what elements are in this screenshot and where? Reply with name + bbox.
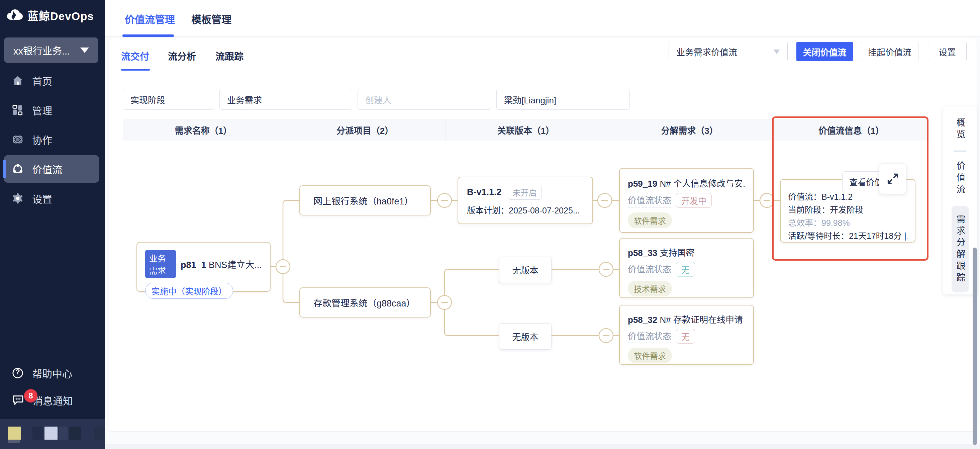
sidebar-item-home[interactable]: 首页: [0, 66, 105, 96]
collapse-toggle[interactable]: [438, 193, 452, 207]
project-node-label: 存款管理系统（g88caa）: [313, 296, 415, 309]
sidebar-item-valuestream[interactable]: 价值流: [0, 154, 105, 184]
taskbar-swatch[interactable]: [69, 427, 81, 439]
project-selector-value: xx银行业务...: [13, 43, 80, 57]
expand-fullscreen-button[interactable]: [879, 163, 907, 194]
project-node-online-banking[interactable]: 网上银行系统（ha0fe1）: [299, 185, 431, 215]
collapse-toggle[interactable]: [599, 262, 613, 276]
requirement-node-p58-33[interactable]: p58_33 支持国密 价值流状态 无 技术需求: [619, 238, 754, 298]
top-navigation-bar: 价值流管理 模板管理: [105, 0, 980, 37]
tab-template-management[interactable]: 模板管理: [191, 11, 231, 26]
app-logo[interactable]: 蓝鲸DevOps: [6, 7, 94, 24]
node-title: 支持国密: [660, 248, 694, 258]
sidebar: 蓝鲸DevOps xx银行业务... 首页 管理: [0, 0, 105, 449]
no-version-label: 无版本: [512, 330, 538, 342]
valuestream-status-pill: 无: [676, 329, 695, 344]
panel-divider: [954, 151, 966, 151]
right-side-panel: 概览 价值流 需求分解跟踪: [943, 107, 977, 295]
taskbar-swatch[interactable]: [45, 427, 57, 439]
node-id: p59_19: [628, 179, 657, 189]
project-node-deposit-management[interactable]: 存款管理系统（g88caa）: [299, 287, 431, 317]
duration-line: 活跃/等待时长：21天17时18分 |...: [788, 229, 907, 242]
project-selector[interactable]: xx银行业务...: [4, 37, 98, 63]
sidebar-item-label: 首页: [32, 73, 52, 88]
sidebar-item-collab[interactable]: 协作: [0, 125, 105, 154]
sidebar-item-manage[interactable]: 管理: [0, 96, 105, 125]
taskbar-swatch[interactable]: [59, 427, 68, 439]
vertical-scrollbar-thumb[interactable]: [973, 248, 977, 445]
requirement-node-p59-19[interactable]: p59_19 N# 个人信息修改与安... 价值流状态 开发中 软件需求: [619, 168, 754, 233]
chat-bubble-icon: 8: [12, 395, 24, 406]
business-requirement-node[interactable]: 业务需求 p81_1 BNS建立大... 实施中（实现阶段）: [137, 242, 270, 292]
panel-item-label: 需求分解跟踪: [956, 214, 965, 284]
active-tab-underline: [123, 35, 174, 37]
tab-valuestream-management[interactable]: 价值流管理: [125, 11, 175, 26]
valuestream-status-label[interactable]: 价值流状态: [628, 193, 671, 207]
version-status-tag: 未开启: [508, 185, 542, 200]
question-circle-icon: ?: [12, 367, 24, 379]
version-name: B-v1.1.2: [467, 187, 502, 197]
collapse-toggle[interactable]: [276, 260, 290, 274]
grid-icon: [12, 104, 24, 116]
taskbar-strip: [0, 419, 105, 449]
sidebar-item-settings[interactable]: 设置: [0, 184, 105, 213]
valuestream-status-label[interactable]: 价值流状态: [628, 262, 671, 276]
value-stream-icon: [12, 163, 24, 175]
collaboration-icon: [12, 134, 24, 145]
no-version-label: 无版本: [512, 264, 538, 276]
valuestream-status-pill: 开发中: [676, 193, 712, 208]
node-id: p58_32: [628, 315, 657, 325]
valuestream-status-pill: 无: [676, 262, 695, 277]
collapse-toggle[interactable]: [598, 193, 612, 207]
taskbar-swatch[interactable]: [8, 427, 21, 439]
version-plan: 版本计划：2025-08-07-2025...: [467, 204, 584, 216]
node-id: p81_1: [181, 260, 206, 270]
sidebar-item-label: 协作: [32, 132, 52, 147]
sidebar-item-label: 帮助中心: [32, 366, 72, 381]
business-requirement-tag: 业务需求: [145, 250, 176, 278]
project-node-label: 网上银行系统（ha0fe1）: [313, 194, 414, 207]
taskbar-active-bar: [8, 440, 20, 443]
chevron-down-icon: [80, 48, 89, 53]
no-version-node[interactable]: 无版本: [499, 256, 552, 283]
gear-icon: [12, 193, 24, 204]
app-logo-text: 蓝鲸DevOps: [27, 7, 94, 24]
current-stage-line: 当前阶段：开发阶段: [788, 204, 907, 217]
sidebar-item-notifications[interactable]: 8 消息通知: [0, 385, 105, 415]
valuestream-status-label[interactable]: 价值流状态: [628, 329, 671, 343]
version-node[interactable]: B-v1.1.2 未开启 版本计划：2025-08-07-2025...: [458, 177, 593, 224]
panel-item-valuestream[interactable]: 价值流: [956, 161, 965, 196]
sidebar-item-help[interactable]: ? 帮助中心: [0, 358, 105, 388]
notification-badge: 8: [24, 389, 37, 403]
taskbar-swatch[interactable]: [32, 427, 43, 439]
node-title: BNS建立大...: [209, 260, 262, 270]
sidebar-item-label: 管理: [32, 103, 52, 118]
implementation-stage-pill: 实施中（实现阶段）: [145, 283, 233, 299]
node-id: p58_33: [628, 248, 657, 258]
no-version-node[interactable]: 无版本: [499, 323, 552, 350]
efficiency-line: 总效率：99.98%: [788, 217, 907, 229]
taskbar-swatch[interactable]: [94, 427, 105, 439]
collapse-toggle[interactable]: [760, 193, 774, 207]
node-title: N# 存款证明在线申请: [660, 315, 743, 325]
requirement-type-tag: 技术需求: [628, 281, 672, 296]
requirement-type-tag: 软件需求: [628, 348, 672, 363]
collapse-toggle[interactable]: [599, 328, 613, 342]
sidebar-item-label: 价值流: [32, 162, 62, 176]
home-icon: [12, 75, 24, 86]
requirement-node-p58-32[interactable]: p58_32 N# 存款证明在线申请 价值流状态 无 软件需求: [619, 305, 754, 365]
blueking-whale-icon: [6, 8, 24, 22]
panel-item-overview[interactable]: 概览: [956, 118, 965, 141]
sidebar-item-label: 消息通知: [33, 393, 73, 408]
node-title: N# 个人信息修改与安...: [660, 179, 745, 189]
collapse-toggle[interactable]: [438, 295, 452, 309]
requirement-type-tag: 软件需求: [628, 212, 672, 228]
expand-arrows-icon: [887, 173, 899, 185]
sidebar-item-label: 设置: [32, 191, 52, 206]
panel-item-requirement-tracking[interactable]: 需求分解跟踪: [951, 206, 969, 292]
